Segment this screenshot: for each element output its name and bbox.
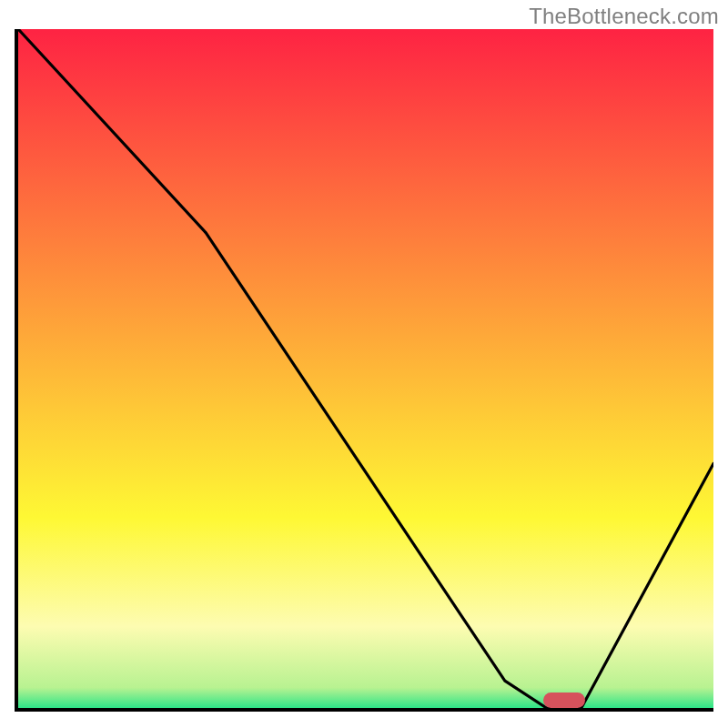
optimal-marker (543, 693, 585, 708)
watermark-text: TheBottleneck.com (529, 4, 719, 29)
chart-container: TheBottleneck.com (0, 0, 728, 728)
bottleneck-curve (18, 29, 713, 708)
plot-area (18, 29, 713, 708)
